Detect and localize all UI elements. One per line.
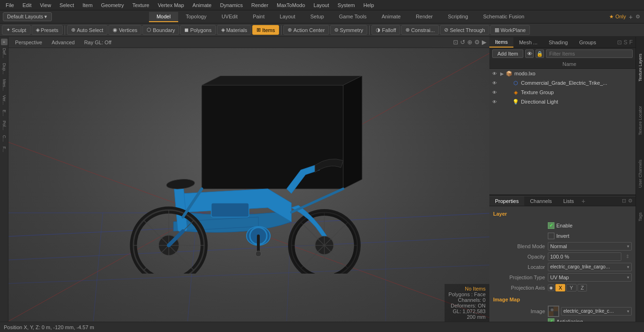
list-item[interactable]: 👁 ▶ 📦 modo.lxo [489, 69, 636, 78]
menu-texture[interactable]: Texture [129, 1, 153, 9]
rp-tab-mesh[interactable]: Mesh ... [513, 38, 543, 47]
settings-icon[interactable]: ⚙ [636, 14, 640, 20]
tab-lists[interactable]: Lists [558, 196, 580, 206]
sidebar-label-mesh[interactable]: Mes... [2, 77, 7, 93]
symmetry-button[interactable]: ⊜ Symmetry [330, 25, 368, 35]
axis-z-button[interactable]: Z [578, 284, 587, 292]
sidebar-label-dup[interactable]: Dup... [2, 61, 7, 76]
falloff-button[interactable]: ◑ Falloff [372, 25, 400, 35]
tab-uvedit[interactable]: UVEdit [214, 12, 245, 22]
tab-schematic-fusion[interactable]: Schematic Fusion [476, 12, 532, 22]
sidebar-label-pol[interactable]: Pol... [2, 119, 7, 132]
item-eye-icon[interactable]: 👁 [491, 70, 498, 77]
texture-locator-tab[interactable]: Texture Locator [637, 103, 644, 138]
sidebar-label-e[interactable]: E... [2, 108, 7, 118]
items-button[interactable]: ⊞ Items [252, 25, 279, 35]
vp-raygl-btn[interactable]: Ray GL: Off [80, 39, 115, 46]
tab-animate[interactable]: Animate [374, 12, 408, 22]
menu-system[interactable]: System [334, 1, 359, 9]
add-layout-button[interactable]: + [629, 13, 633, 21]
menu-layout[interactable]: Layout [310, 1, 333, 9]
viewport[interactable]: Perspective Advanced Ray GL: Off ⊡ ↺ ⊕ ⚙… [8, 37, 489, 322]
menu-edit[interactable]: Edit [19, 1, 35, 9]
action-center-button[interactable]: ⊕ Action Center [283, 25, 329, 35]
menu-select[interactable]: Select [56, 1, 78, 9]
vp-mode-btn[interactable]: Perspective [11, 39, 46, 46]
tab-topology[interactable]: Topology [178, 12, 214, 22]
image-dropdown[interactable]: electric_cargo_trike_ca... ▾ [561, 307, 632, 316]
locator-dropdown[interactable]: electric_cargo_trike_cargo_plat... ▾ [548, 263, 632, 271]
sidebar-label-c[interactable]: C... [2, 133, 7, 144]
sculpt-button[interactable]: ✦ Sculpt [2, 25, 31, 35]
props-expand-icon[interactable]: ⊡ [622, 198, 626, 204]
opacity-input[interactable]: 100.0 % [548, 252, 621, 261]
blend-mode-dropdown[interactable]: Normal ▾ [548, 242, 632, 251]
rp-pin-icon[interactable]: S [624, 39, 627, 46]
expand-icon[interactable]: ▶ [499, 71, 505, 76]
projection-type-dropdown[interactable]: UV Map ▾ [548, 273, 632, 282]
axis-y-button[interactable]: Y [566, 284, 576, 292]
items-eye-icon[interactable]: 👁 [525, 49, 534, 58]
vp-shading-btn[interactable]: Advanced [48, 39, 78, 46]
vp-settings-icon[interactable]: ⚙ [474, 39, 480, 46]
tab-layout[interactable]: Layout [272, 12, 303, 22]
items-lock-icon[interactable]: 🔒 [536, 49, 544, 58]
user-channels-tab[interactable]: User Channels [637, 157, 644, 191]
add-prop-tab-button[interactable]: + [581, 197, 585, 205]
tab-setup[interactable]: Setup [303, 12, 331, 22]
props-settings-icon[interactable]: ⚙ [628, 198, 633, 204]
select-through-button[interactable]: ⊘ Select Through [440, 25, 489, 35]
image-thumbnail[interactable] [548, 306, 559, 317]
menu-dynamics[interactable]: Dynamics [216, 1, 247, 9]
sidebar-toggle[interactable]: ≡ [1, 39, 8, 45]
antialiasing-checkbox[interactable] [548, 318, 554, 322]
list-item[interactable]: 👁 ⬡ Commercial_Grade_Electric_Trike_... [489, 78, 636, 88]
polygons-button[interactable]: ◼ Polygons [180, 25, 215, 35]
constrain-button[interactable]: ⊗ Constrai... [401, 25, 439, 35]
filter-items-input[interactable] [546, 49, 633, 58]
menu-help[interactable]: Help [360, 1, 378, 9]
tab-game-tools[interactable]: Game Tools [331, 12, 374, 22]
opacity-scroll-btn[interactable]: ⇕ [623, 254, 632, 259]
vp-fit-icon[interactable]: ⊡ [453, 39, 458, 46]
list-item[interactable]: 👁 ◈ Texture Group [489, 88, 636, 97]
tags-tab[interactable]: Tags [637, 210, 644, 224]
vp-zoom-icon[interactable]: ⊕ [467, 39, 472, 46]
add-item-button[interactable]: Add Item [492, 49, 523, 58]
tab-model[interactable]: Model [149, 12, 178, 22]
tab-channels[interactable]: Channels [524, 196, 557, 206]
texture-layers-tab[interactable]: Texture Layers [637, 51, 644, 84]
menu-animate[interactable]: Animate [189, 1, 215, 9]
3d-scene[interactable]: X Z Y [8, 48, 489, 322]
menu-view[interactable]: View [36, 1, 55, 9]
rp-expand-icon[interactable]: ⊡ [617, 39, 622, 46]
vp-rotate-icon[interactable]: ↺ [460, 39, 465, 46]
vertices-button[interactable]: ◉ Vertices [108, 25, 141, 35]
materials-button[interactable]: ◈ Materials [217, 25, 252, 35]
list-item[interactable]: 👁 💡 Directional Light [489, 97, 636, 106]
enable-checkbox[interactable] [548, 222, 554, 229]
rp-settings-icon[interactable]: F [629, 39, 633, 46]
rp-tab-groups[interactable]: Groups [573, 38, 602, 47]
rp-tab-items[interactable]: Items [489, 37, 513, 48]
tab-scripting[interactable]: Scripting [440, 12, 476, 22]
item-eye-icon[interactable]: 👁 [491, 98, 498, 105]
workplane-button[interactable]: ▦ WorkPlane [490, 25, 530, 35]
sidebar-label-def[interactable]: Def... [2, 46, 7, 60]
tab-render[interactable]: Render [408, 12, 440, 22]
sidebar-label-vert[interactable]: Ver... [2, 93, 7, 107]
item-eye-icon[interactable]: 👁 [491, 89, 498, 96]
vp-expand-icon[interactable]: ▶ [482, 39, 487, 46]
axis-x-button[interactable]: X [555, 284, 565, 292]
menu-item[interactable]: Item [79, 1, 96, 9]
auto-select-button[interactable]: ⊕ Auto Select [67, 25, 107, 35]
menu-geometry[interactable]: Geometry [97, 1, 127, 9]
presets-button[interactable]: ◈ Presets [32, 25, 63, 35]
menu-render[interactable]: Render [248, 1, 272, 9]
sidebar-label-f[interactable]: F... [2, 145, 7, 154]
tab-paint[interactable]: Paint [245, 12, 272, 22]
invert-checkbox[interactable] [548, 233, 554, 239]
menu-maxtomodo[interactable]: MaxToModo [273, 1, 309, 9]
boundary-button[interactable]: ⬡ Boundary [142, 25, 179, 35]
menu-vertex-map[interactable]: Vertex Map [154, 1, 188, 9]
